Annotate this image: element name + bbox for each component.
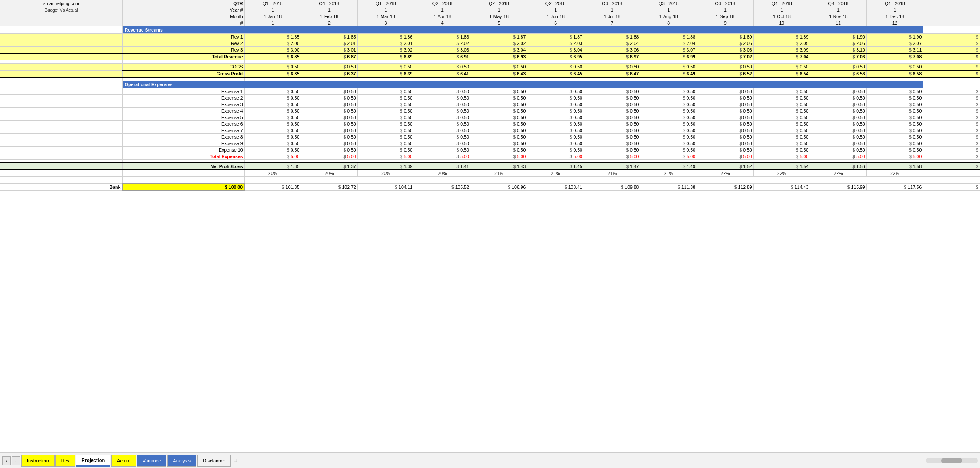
col-qtr-11: Q4 - 2018 [810,0,867,7]
tab-nav-right[interactable]: › [12,456,20,465]
bank-initial-value[interactable]: $ 100.00 [122,184,244,191]
tab-disclaimer-label: Disclaimer [203,458,225,463]
total-expenses-label: Total Expenses [122,153,244,159]
empty-row-3 [0,159,980,163]
title-label: Budget Vs Actual [0,7,123,13]
year-header-label: Year # [122,7,244,13]
tab-actual[interactable]: Actual [111,455,136,467]
empty-row-2 [0,77,980,81]
empty-row-4 [0,177,980,184]
cogs-label: COGS [122,64,244,71]
col-qtr-5: Q2 - 2018 [471,0,527,7]
tab-instruction-label: Instruction [27,458,49,463]
expense-8-row: Expense 8 $ 0.50 $ 0.50 $ 0.50 $ 0.50 $ … [0,133,980,140]
site-label: smarthelping.com [0,0,123,7]
net-profit-label: Net Profit/Loss [122,163,244,170]
month-header-label: Month [122,13,244,20]
qtr-header-label: QTR [122,0,244,7]
gross-profit-label: Gross Profit [122,70,244,77]
expense-7-row: Expense 7 $ 0.50 $ 0.50 $ 0.50 $ 0.50 $ … [0,127,980,133]
month-row: Month 1-Jan-18 1-Feb-18 1-Mar-18 1-Apr-1… [0,13,980,20]
expense-2-row: Expense 2 $ 0.50 $ 0.50 $ 0.50 $ 0.50 $ … [0,94,980,101]
gross-profit-row: Gross Profit $ 6.35 $ 6.37 $ 6.39 $ 6.41… [0,70,980,77]
expense-6-row: Expense 6 $ 0.50 $ 0.50 $ 0.50 $ 0.50 $ … [0,120,980,127]
rev2-label: Rev 2 [122,40,244,47]
tab-variance[interactable]: Variance [137,455,167,467]
operational-expenses-label: Operational Expenses [122,81,923,88]
spreadsheet-container: smarthelping.com QTR Q1 - 2018 Q1 - 2018… [0,0,980,446]
tab-actual-label: Actual [117,458,130,463]
col-qtr-6: Q2 - 2018 [527,0,584,7]
tab-analysis[interactable]: Analysis [167,455,196,467]
tab-disclaimer[interactable]: Disclaimer [197,455,230,467]
expense-1-row: Expense 1 $ 0.50 $ 0.50 $ 0.50 $ 0.50 $ … [0,88,980,94]
expense-5-row: Expense 5 $ 0.50 $ 0.50 $ 0.50 $ 0.50 $ … [0,114,980,120]
tab-bar: ‹ › Instruction Rev Projection Actual Va… [0,452,980,468]
rev2-row: Rev 2 $ 2.00 $ 2.01 $ 2.01 $ 2.02 $ 2.02… [0,40,980,47]
rev3-row: Rev 3 $ 3.00 $ 3.01 $ 3.02 $ 3.03 $ 3.04… [0,47,980,54]
rev1-row: Rev 1 $ 1.85 $ 1.85 $ 1.86 $ 1.86 $ 1.87… [0,34,980,40]
col-qtr-12: Q4 - 2018 [866,0,923,7]
revenue-streams-header: Revenue Streams [0,26,980,34]
site-name: smarthelping.com [43,1,79,6]
expense-10-row: Expense 10 $ 0.50 $ 0.50 $ 0.50 $ 0.50 $… [0,146,980,153]
expense-1-label: Expense 1 [122,88,244,94]
col-qtr-9: Q3 - 2018 [697,0,754,7]
expense-9-row: Expense 9 $ 0.50 $ 0.50 $ 0.50 $ 0.50 $ … [0,140,980,146]
more-options-button[interactable]: ⋮ [912,456,924,465]
tab-projection[interactable]: Projection [76,455,110,467]
num-header-label: # [122,20,244,26]
col-qtr-3: Q1 - 2018 [357,0,414,7]
rev3-label: Rev 3 [122,47,244,54]
tab-analysis-label: Analysis [173,458,191,463]
add-sheet-button[interactable]: + [232,456,240,465]
tab-variance-label: Variance [143,458,161,463]
total-revenue-row: Total Revenue $ 6.85 $ 6.87 $ 6.89 $ 6.9… [0,53,980,60]
total-revenue-label: Total Revenue [122,53,244,60]
col-qtr-8: Q3 - 2018 [640,0,697,7]
col-qtr-7: Q3 - 2018 [584,0,640,7]
net-profit-row: Net Profit/Loss $ 1.35 $ 1.37 $ 1.39 $ 1… [0,163,980,170]
tab-instruction[interactable]: Instruction [21,455,55,467]
rev1-label: Rev 1 [122,34,244,40]
bank-label: Bank [0,184,123,191]
total-expenses-row: Total Expenses $ 5.00 $ 5.00 $ 5.00 $ 5.… [0,153,980,159]
revenue-streams-label: Revenue Streams [122,26,923,34]
tab-bar-right: ⋮ [912,456,978,465]
percent-row: 20% 20% 20% 20% 21% 21% 21% 21% 22% 22% … [0,170,980,177]
col-qtr-10: Q4 - 2018 [753,0,810,7]
horizontal-scrollbar[interactable] [926,458,978,463]
qtr-row: smarthelping.com QTR Q1 - 2018 Q1 - 2018… [0,0,980,7]
tab-rev-label: Rev [61,458,70,463]
num-row: # 1 2 3 4 5 6 7 8 9 10 11 12 [0,20,980,26]
col-qtr-2: Q1 - 2018 [301,0,358,7]
bank-row: Bank $ 100.00 $ 101.35 $ 102.72 $ 104.11… [0,184,980,191]
main-table: smarthelping.com QTR Q1 - 2018 Q1 - 2018… [0,0,980,191]
expense-4-row: Expense 4 $ 0.50 $ 0.50 $ 0.50 $ 0.50 $ … [0,107,980,114]
tab-rev[interactable]: Rev [55,455,75,467]
empty-row-1 [0,60,980,64]
scroll-thumb [941,458,962,463]
col-qtr-1: Q1 - 2018 [244,0,301,7]
year-row: Budget Vs Actual Year # 1 1 1 1 1 1 1 1 … [0,7,980,13]
cogs-row: COGS $ 0.50 $ 0.50 $ 0.50 $ 0.50 $ 0.50 … [0,64,980,71]
col-qtr-4: Q2 - 2018 [414,0,471,7]
tab-nav-left[interactable]: ‹ [2,456,11,465]
operational-expenses-header: Operational Expenses [0,81,980,88]
expense-3-row: Expense 3 $ 0.50 $ 0.50 $ 0.50 $ 0.50 $ … [0,101,980,107]
tab-projection-label: Projection [81,458,105,463]
